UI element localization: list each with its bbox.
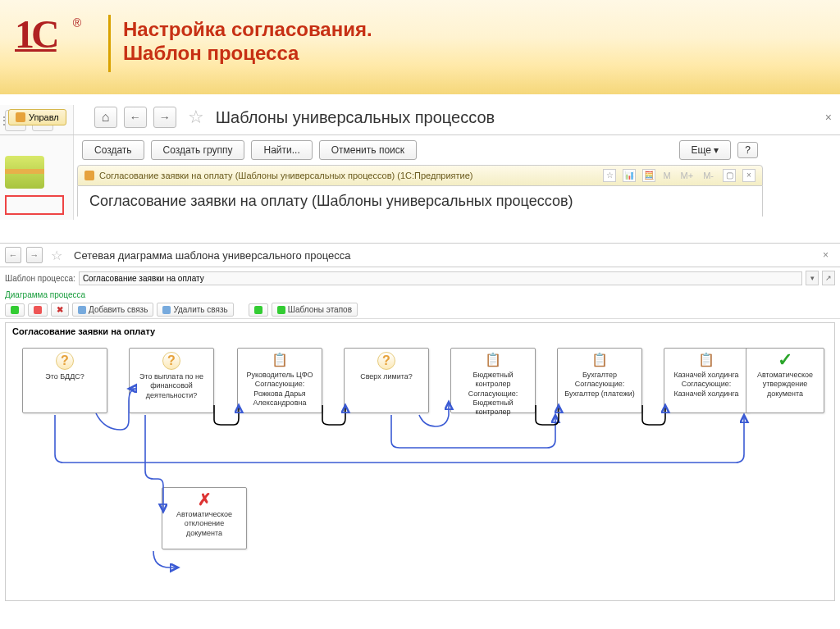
stage-tpl-label: Шаблоны этапов bbox=[288, 305, 352, 314]
app-tab[interactable]: Управл bbox=[8, 109, 66, 125]
add-link-icon bbox=[78, 306, 86, 314]
del-link-icon bbox=[162, 306, 171, 314]
node-auto-approve[interactable]: ✓ Автоматическое утверждение документа bbox=[746, 348, 824, 413]
node-over-limit-question[interactable]: ? Сверх лимита? bbox=[344, 348, 429, 413]
x-icon: ✖ bbox=[57, 305, 63, 314]
template-field-label: Шаблон процесса: bbox=[5, 274, 75, 283]
back-button[interactable]: ← bbox=[124, 107, 147, 128]
cross-icon: ✗ bbox=[196, 491, 212, 508]
m-minus-button[interactable]: M- bbox=[703, 171, 714, 180]
home-button[interactable]: ⌂ bbox=[94, 107, 117, 128]
cancel-search-button[interactable]: Отменить поиск bbox=[319, 140, 417, 160]
node-label: Бухгалтер Согласующие: Бухгалтер (платеж… bbox=[561, 371, 638, 399]
check-icon: ✓ bbox=[777, 352, 793, 368]
add-link-button[interactable]: Добавить связь bbox=[72, 303, 153, 317]
node-label: Казначей холдинга Согласующие: Казначей … bbox=[668, 371, 745, 399]
more-button[interactable]: Еще ▾ bbox=[679, 140, 732, 160]
diagram-star-icon[interactable]: ☆ bbox=[51, 248, 62, 263]
node-label: Автоматическое утверждение документа bbox=[750, 371, 820, 399]
logo-1c: 1C ® bbox=[15, 11, 76, 73]
slide-title: Настройка согласования. Шаблон процесса bbox=[123, 18, 372, 66]
main-toolbar: Управл ⌂ ← → ☆ Шаблоны универсальных про… bbox=[0, 105, 840, 135]
slide-title-line1: Настройка согласования. bbox=[123, 18, 372, 42]
diagram-canvas[interactable]: Согласование заявки на оплату ? Это БДДС… bbox=[5, 322, 835, 601]
forward-button[interactable]: → bbox=[153, 107, 176, 128]
chevron-down-icon: ▾ bbox=[714, 144, 719, 156]
diagram-window-title: Сетевая диаграмма шаблона универсального… bbox=[74, 249, 351, 262]
tool-icon-2[interactable]: 📊 bbox=[623, 169, 636, 182]
tool-icon-3[interactable]: 🧮 bbox=[642, 169, 655, 182]
node-auto-reject[interactable]: ✗ Автоматическое отклонение документа bbox=[162, 487, 247, 549]
node-treasurer[interactable]: 📋 Казначей холдинга Согласующие: Казначе… bbox=[664, 348, 749, 413]
m-plus-button[interactable]: M+ bbox=[681, 171, 694, 180]
help-button[interactable]: ? bbox=[737, 142, 758, 158]
delete-icon bbox=[34, 306, 42, 314]
node-label: Автоматическое отклонение документа bbox=[166, 510, 243, 538]
modal-heading: Согласование заявки на оплату (Шаблоны у… bbox=[77, 186, 763, 217]
refresh-tool[interactable] bbox=[249, 303, 268, 317]
diagram-toolbar: ← → ☆ Сетевая диаграмма шаблона универса… bbox=[0, 244, 840, 267]
favorite-star-icon[interactable]: ☆ bbox=[188, 107, 204, 128]
diagram-section-label: Диаграмма процесса bbox=[0, 289, 840, 301]
modal-titlebar: Согласование заявки на оплату (Шаблоны у… bbox=[77, 165, 763, 186]
node-label: Сверх лимита? bbox=[348, 372, 425, 381]
action-toolbar: Создать Создать группу Найти... Отменить… bbox=[0, 135, 840, 165]
node-budget-controller[interactable]: 📋 Бюджетный контролер Согласующие: Бюдже… bbox=[450, 348, 536, 413]
question-icon: ? bbox=[377, 352, 395, 370]
node-label: Это БДДС? bbox=[26, 372, 103, 381]
close-icon[interactable]: × bbox=[742, 169, 756, 182]
node-label: Это выплата по не финансовой деятельност… bbox=[133, 372, 210, 400]
close-button[interactable]: × bbox=[825, 111, 832, 124]
diagram-close-button[interactable]: × bbox=[816, 249, 835, 261]
app-tab-icon bbox=[16, 112, 25, 122]
tool-icon-1[interactable]: ☆ bbox=[603, 169, 616, 182]
node-label: Бюджетный контролер Согласующие: Бюджетн… bbox=[454, 371, 532, 417]
diagram-window: ← → ☆ Сетевая диаграмма шаблона универса… bbox=[0, 243, 840, 604]
note-icon: 📋 bbox=[485, 352, 501, 368]
m-button[interactable]: M bbox=[663, 171, 670, 180]
create-button[interactable]: Создать bbox=[82, 140, 144, 160]
add-link-label: Добавить связь bbox=[89, 305, 148, 314]
node-nonfinancial-question[interactable]: ? Это выплата по не финансовой деятельно… bbox=[129, 348, 214, 413]
diagram-tool-row: ✖ Добавить связь Удалить связь Шаблоны э… bbox=[0, 301, 840, 319]
canvas-title: Согласование заявки на оплату bbox=[12, 326, 155, 336]
note-icon: 📋 bbox=[591, 352, 608, 368]
diagram-back-button[interactable]: ← bbox=[5, 247, 21, 263]
logo-text: 1C bbox=[15, 12, 57, 56]
node-bdds-question[interactable]: ? Это БДДС? bbox=[22, 348, 107, 413]
app-tab-label: Управл bbox=[29, 112, 59, 122]
question-icon: ? bbox=[56, 352, 74, 370]
refresh-icon bbox=[254, 306, 262, 314]
slide-header: 1C ® Настройка согласования. Шаблон проц… bbox=[0, 0, 840, 94]
delete-link-button[interactable]: Удалить связь bbox=[157, 303, 233, 317]
field-dropdown-button[interactable]: ▾ bbox=[806, 271, 819, 285]
app-window: Управл ⌂ ← → ☆ Шаблоны универсальных про… bbox=[0, 105, 840, 217]
delete-tool[interactable] bbox=[28, 303, 48, 317]
stage-templates-button[interactable]: Шаблоны этапов bbox=[272, 303, 358, 317]
slide-title-line2: Шаблон процесса bbox=[123, 42, 372, 66]
diagram-forward-button[interactable]: → bbox=[26, 247, 43, 263]
modal-title-text: Согласование заявки на оплату (Шаблоны у… bbox=[99, 171, 473, 180]
node-label: Руководитель ЦФО Согласующие: Рожкова Да… bbox=[241, 371, 318, 408]
modal-app-icon bbox=[84, 171, 94, 180]
del-link-label: Удалить связь bbox=[173, 305, 227, 314]
create-group-button[interactable]: Создать группу bbox=[151, 140, 245, 160]
template-field-row: Шаблон процесса: ▾ ↗ bbox=[0, 267, 840, 289]
page-title: Шаблоны универсальных процессов bbox=[216, 108, 495, 127]
logo-reg: ® bbox=[73, 16, 81, 30]
node-cfo-head[interactable]: 📋 Руководитель ЦФО Согласующие: Рожкова … bbox=[237, 348, 322, 413]
stage-tpl-icon bbox=[277, 306, 285, 314]
divider-bar bbox=[108, 15, 111, 72]
clear-tool[interactable]: ✖ bbox=[51, 303, 69, 317]
note-icon: 📋 bbox=[698, 352, 714, 368]
question-icon: ? bbox=[162, 352, 180, 370]
field-open-button[interactable]: ↗ bbox=[822, 271, 835, 285]
edit-tool[interactable] bbox=[5, 303, 25, 317]
node-accountant[interactable]: 📋 Бухгалтер Согласующие: Бухгалтер (плат… bbox=[557, 348, 642, 413]
minimize-icon[interactable]: ▢ bbox=[723, 169, 736, 182]
pencil-icon bbox=[11, 306, 19, 314]
note-icon: 📋 bbox=[272, 352, 288, 368]
more-label: Еще bbox=[692, 144, 711, 156]
find-button[interactable]: Найти... bbox=[251, 140, 312, 160]
template-field-input[interactable] bbox=[79, 271, 802, 285]
